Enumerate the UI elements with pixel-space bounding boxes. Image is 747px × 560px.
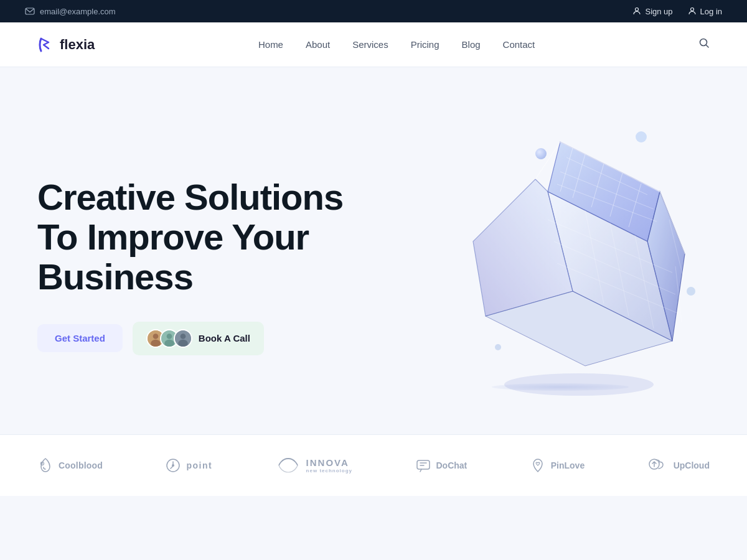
mail-icon — [25, 6, 35, 16]
svg-point-5 — [153, 334, 159, 339]
pinlove-icon — [530, 457, 546, 474]
logo-dochat: DoChat — [415, 457, 467, 474]
sphere-1 — [535, 148, 547, 159]
logo-cloud: UpCloud — [647, 457, 710, 474]
nav-services[interactable]: Services — [352, 39, 388, 50]
svg-rect-46 — [417, 460, 430, 469]
hero-cta: Get Started — [37, 322, 343, 355]
book-call-label: Book A Call — [199, 333, 250, 343]
logo-icon — [37, 36, 55, 54]
logo-coolblood: Coolblood — [37, 457, 103, 474]
svg-point-40 — [636, 131, 647, 142]
hero-visual — [398, 105, 722, 416]
innova-icon — [275, 452, 301, 478]
hero-title: Creative SolutionsTo Improve YourBusines… — [37, 177, 343, 296]
svg-point-3 — [700, 39, 707, 46]
cloud-icon — [647, 457, 669, 474]
svg-point-41 — [687, 287, 695, 296]
brand-name: flexia — [60, 37, 95, 53]
avatars — [146, 329, 192, 348]
cube-container — [423, 117, 697, 403]
svg-point-2 — [690, 8, 693, 11]
brand-logo[interactable]: flexia — [37, 36, 95, 54]
logos-strip: Coolblood point INNOVA new technology Do… — [0, 434, 747, 496]
svg-point-8 — [167, 334, 172, 339]
topbar-email: email@example.com — [25, 6, 116, 16]
svg-point-45 — [172, 464, 174, 467]
point-icon — [165, 457, 181, 474]
svg-rect-0 — [26, 8, 34, 14]
svg-point-42 — [495, 344, 501, 350]
person-icon — [632, 7, 641, 16]
navbar: flexia Home About Services Pricing Blog … — [0, 22, 747, 67]
nav-blog[interactable]: Blog — [462, 39, 481, 50]
search-icon — [698, 37, 710, 49]
svg-point-6 — [151, 339, 161, 347]
coolblood-icon — [37, 457, 54, 474]
nav-contact[interactable]: Contact — [503, 39, 535, 50]
nav-home[interactable]: Home — [258, 39, 283, 50]
login-link[interactable]: Log in — [688, 7, 722, 16]
avatar-3 — [174, 329, 192, 348]
svg-point-1 — [636, 8, 639, 11]
dochat-icon — [415, 457, 431, 474]
nav-links: Home About Services Pricing Blog Contact — [258, 39, 535, 50]
logo-point: point — [165, 457, 212, 474]
get-started-button[interactable]: Get Started — [37, 324, 123, 352]
topbar: email@example.com Sign up Log in — [0, 0, 747, 22]
cube-svg — [423, 117, 697, 403]
topbar-actions: Sign up Log in — [632, 7, 722, 16]
nav-pricing[interactable]: Pricing — [411, 39, 439, 50]
nav-about[interactable]: About — [306, 39, 330, 50]
svg-point-12 — [178, 339, 188, 347]
person-icon-2 — [688, 7, 697, 16]
logo-pinlove: PinLove — [530, 457, 585, 474]
signup-link[interactable]: Sign up — [632, 7, 672, 16]
cube-shadow — [492, 383, 629, 391]
hero-content: Creative SolutionsTo Improve YourBusines… — [37, 177, 343, 355]
email-text: email@example.com — [40, 7, 116, 16]
hero-section: Creative SolutionsTo Improve YourBusines… — [0, 67, 747, 428]
book-call-button[interactable]: Book A Call — [133, 322, 264, 355]
svg-point-9 — [164, 339, 174, 347]
svg-point-11 — [181, 334, 186, 339]
logo-innova: INNOVA new technology — [275, 452, 352, 478]
search-button[interactable] — [698, 37, 710, 52]
